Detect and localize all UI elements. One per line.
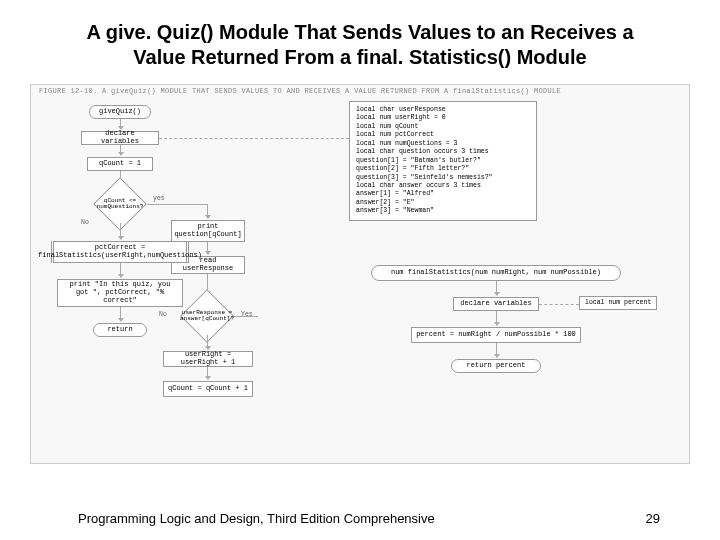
- box-givequiz: giveQuiz(): [89, 105, 151, 119]
- box-declare-vars: declare variables: [81, 131, 159, 145]
- label-yes: yes: [153, 195, 165, 202]
- dashed-connector: [539, 304, 579, 305]
- box-declare-vars-right: declare variables: [453, 297, 539, 311]
- diamond-qcount-cond: qCount <= numQuestions?: [93, 185, 147, 223]
- arrow: [120, 119, 121, 129]
- decl-line: local char question occurs 3 times: [356, 148, 530, 156]
- footer: Programming Logic and Design, Third Edit…: [78, 511, 660, 526]
- box-qcount-init: qCount = 1: [87, 157, 153, 171]
- box-inc-count: qCount = qCount + 1: [163, 381, 253, 397]
- page-number: 29: [646, 511, 660, 526]
- decl-note-right: local num percent: [579, 296, 657, 310]
- decl-line: local num userRight = 0: [356, 114, 530, 122]
- arrow: [207, 204, 208, 218]
- box-inc-right: userRight = userRight + 1: [163, 351, 253, 367]
- decl-line: local num numQuestions = 3: [356, 140, 530, 148]
- arrow: [120, 145, 121, 155]
- decl-line: question[3] = "Seinfeld's nemesis?": [356, 174, 530, 182]
- footer-text: Programming Logic and Design, Third Edit…: [78, 511, 435, 526]
- decl-line: local num pctCorrect: [356, 131, 530, 139]
- decl-line: answer[3] = "Newman": [356, 207, 530, 215]
- arrow: [120, 307, 121, 321]
- decl-line: answer[1] = "Alfred": [356, 190, 530, 198]
- arrow: [207, 242, 208, 254]
- diamond-response-cond: userResponse = answer[qCount]?: [180, 297, 234, 335]
- figure-caption: FIGURE 12-10. A giveQuiz() MODULE THAT S…: [39, 87, 561, 95]
- arrow: [496, 343, 497, 357]
- arrow: [234, 316, 258, 317]
- box-print-question: print question[qCount]: [171, 220, 245, 242]
- decl-line: answer[2] = "E": [356, 199, 530, 207]
- arrow: [120, 263, 121, 277]
- decl-line: local num qCount: [356, 123, 530, 131]
- decl-line: local char userResponse: [356, 106, 530, 114]
- box-finalstats: num finalStatistics(num numRight, num nu…: [371, 265, 621, 281]
- decl-line: question[2] = "Fifth letter?": [356, 165, 530, 173]
- label-no: No: [159, 311, 167, 318]
- box-return: return: [93, 323, 147, 337]
- decl-line: question[1] = "Batman's butler?": [356, 157, 530, 165]
- arrow: [207, 335, 208, 349]
- arrow: [147, 204, 207, 205]
- slide-title: A give. Quiz() Module That Sends Values …: [0, 0, 720, 78]
- label-no: No: [81, 219, 89, 226]
- declarations-box: local char userResponse local num userRi…: [349, 101, 537, 221]
- arrow: [496, 281, 497, 295]
- box-calc-percent: percent = numRight / numPossible * 100: [411, 327, 581, 343]
- box-print-result: print "In this quiz, you got ", pctCorre…: [57, 279, 183, 307]
- dashed-connector: [159, 138, 349, 139]
- figure-area: FIGURE 12-10. A giveQuiz() MODULE THAT S…: [30, 84, 690, 464]
- arrow: [207, 367, 208, 379]
- decl-line: local char answer occurs 3 times: [356, 182, 530, 190]
- arrow: [496, 311, 497, 325]
- arrow: [120, 223, 121, 239]
- box-call-finalstats: pctCorrect = finalStatistics(userRight,n…: [51, 241, 189, 263]
- box-return-percent: return percent: [451, 359, 541, 373]
